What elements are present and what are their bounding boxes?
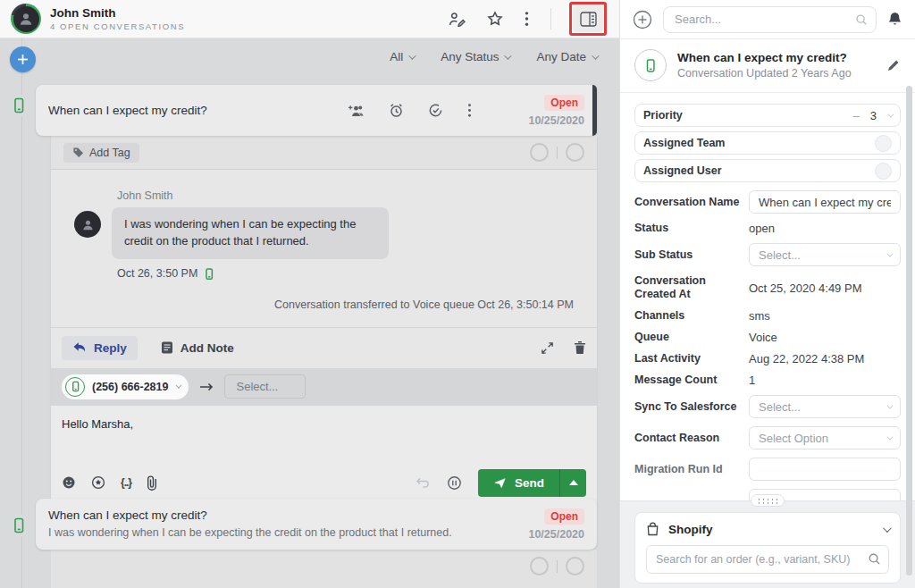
field-queue: Queue Voice — [634, 331, 901, 344]
reply-tab[interactable]: Reply — [62, 336, 138, 360]
divider — [557, 560, 558, 573]
send-options-button[interactable] — [559, 469, 586, 497]
divider — [557, 147, 558, 159]
compose-textarea[interactable]: Hello Marsha, — [62, 417, 586, 464]
assign-agent-icon[interactable] — [449, 11, 466, 27]
pause-send-icon[interactable] — [447, 475, 462, 491]
more-options-icon[interactable] — [525, 11, 529, 27]
field-status: Status open — [634, 222, 901, 235]
undo-icon[interactable] — [416, 476, 431, 489]
apps-section: Shopify — [620, 500, 915, 588]
tag-icon — [72, 147, 84, 158]
conversation-card-preview[interactable]: When can I expect my credit? I was wonde… — [36, 499, 597, 550]
triangle-up-icon — [569, 480, 578, 485]
close-conversation-icon[interactable] — [428, 103, 443, 118]
status-badge: Open — [544, 95, 584, 111]
arrow-right-icon — [199, 382, 214, 392]
chevron-down-icon[interactable] — [883, 524, 892, 533]
filter-all[interactable]: All — [390, 50, 414, 63]
chevron-down-icon — [886, 402, 893, 408]
send-plane-icon — [493, 476, 507, 489]
filter-any-date[interactable]: Any Date — [536, 50, 597, 63]
message-timestamp: Oct 26, 3:50 PM — [117, 267, 197, 280]
reply-icon — [72, 341, 87, 354]
chevron-down-icon — [408, 52, 416, 59]
field-created-at: Conversation Created At Oct 25, 2020 4:4… — [634, 274, 901, 301]
reaction-circle[interactable] — [530, 557, 549, 575]
edit-icon[interactable] — [886, 58, 901, 72]
add-note-tab[interactable]: Add Note — [161, 341, 234, 355]
message-sender: John Smith — [117, 189, 584, 202]
assigned-user-pill[interactable]: Assigned User — [634, 159, 901, 182]
snooze-alarm-icon[interactable] — [389, 103, 404, 118]
send-button[interactable]: Send — [478, 469, 559, 497]
reaction-circle[interactable] — [566, 557, 584, 575]
customer-name: John Smith — [50, 6, 185, 20]
timeline-rail — [21, 38, 22, 588]
search-input[interactable] — [663, 6, 877, 33]
customer-open-conversations: 4 OPEN CONVERSATIONS — [50, 21, 185, 31]
field-contact-reason: Contact Reason Select Option — [634, 426, 901, 449]
conversation-menu-icon[interactable] — [467, 103, 472, 118]
migration-run-id-input[interactable] — [749, 458, 901, 481]
from-number-selector[interactable]: (256) 666-2819 — [62, 374, 189, 399]
expand-composer-icon[interactable] — [541, 341, 554, 355]
notifications-bell-icon[interactable] — [887, 12, 902, 28]
status-badge: Open — [544, 508, 584, 525]
to-number-select[interactable]: Select... — [224, 374, 306, 399]
panel-scrollbar[interactable] — [906, 86, 912, 575]
status-value: open — [749, 222, 775, 235]
conversation-thread-stub — [51, 550, 597, 588]
chevron-down-icon — [592, 52, 599, 59]
avatar — [74, 211, 101, 238]
quick-reply-icon[interactable] — [91, 475, 105, 490]
search-icon — [868, 552, 881, 566]
attachment-icon[interactable] — [147, 475, 157, 491]
minus-icon[interactable]: – — [853, 109, 860, 122]
discard-draft-icon[interactable] — [574, 340, 586, 355]
chevron-down-icon — [886, 433, 893, 440]
phone-icon — [65, 377, 85, 397]
details-panel: When can I expect my credit? Conversatio… — [619, 0, 915, 588]
conversation-date: 10/25/2020 — [509, 528, 584, 541]
chevron-down-icon — [887, 111, 894, 117]
field-conversation-name: Conversation Name — [634, 190, 901, 214]
field-migration-run-id: Migration Run Id — [634, 458, 901, 481]
contact-reason-select[interactable]: Select Option — [749, 426, 901, 449]
panel-conversation-updated: Conversation Updated 2 Years Ago — [677, 67, 852, 80]
sync-salesforce-select[interactable]: Select... — [749, 395, 901, 418]
customer-avatar-ring — [11, 4, 41, 34]
filter-any-status[interactable]: Any Status — [441, 50, 509, 63]
conversation-title: When can I expect my credit? — [48, 507, 452, 525]
add-participant-icon[interactable] — [348, 104, 365, 118]
conversation-name-input[interactable] — [749, 190, 901, 214]
note-icon — [161, 341, 173, 354]
add-icon[interactable] — [633, 10, 652, 29]
reaction-circle[interactable] — [530, 143, 549, 162]
sms-channel-icon — [12, 95, 26, 116]
new-conversation-button[interactable] — [10, 46, 36, 72]
shopify-order-search-input[interactable] — [646, 545, 889, 574]
add-tag-button[interactable]: Add Tag — [63, 143, 139, 163]
insert-variable-icon[interactable]: {..} — [121, 476, 131, 489]
panel-conversation-title: When can I expect my credit? — [677, 51, 852, 64]
chevron-down-icon — [886, 250, 893, 256]
priority-pill[interactable]: Priority – 3 — [634, 104, 901, 127]
conversation-date: 10/25/2020 — [509, 114, 584, 127]
divider — [550, 8, 551, 29]
star-icon[interactable] — [487, 11, 503, 27]
message-count-value: 1 — [749, 374, 755, 387]
shopify-title: Shopify — [668, 523, 713, 536]
conversation-filters: All Any Status Any Date — [36, 50, 597, 63]
conversation-card-open[interactable]: When can I expect my credit? Open 10/25/… — [36, 85, 597, 136]
sub-status-select[interactable]: Select... — [749, 243, 901, 266]
queue-value: Voice — [749, 331, 777, 344]
message-bubble: I was wondering when I can be expecting … — [112, 207, 389, 259]
field-sync-salesforce: Sync To Salesforce Select... — [634, 395, 901, 418]
reaction-circle[interactable] — [566, 143, 584, 162]
assigned-team-pill[interactable]: Assigned Team — [634, 131, 901, 155]
panel-resize-handle[interactable] — [751, 494, 785, 507]
channels-value: sms — [749, 309, 770, 323]
emoji-icon[interactable] — [62, 475, 76, 490]
sidebar-toggle-button[interactable] — [573, 5, 603, 32]
